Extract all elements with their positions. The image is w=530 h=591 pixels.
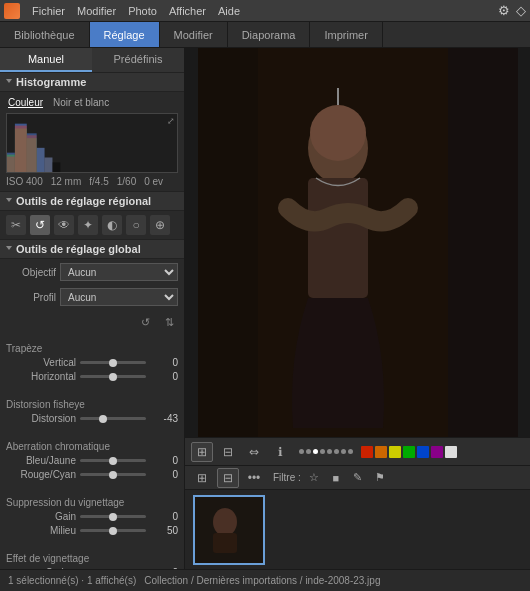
objectif-select[interactable]: Aucun [60, 263, 178, 281]
dot-6 [334, 449, 339, 454]
dot-5 [327, 449, 332, 454]
global-section: Objectif Aucun Profil Aucun ↺ ⇅ Trapèze [0, 259, 184, 569]
stamp-tool-icon[interactable]: ⊕ [150, 215, 170, 235]
horizontal-slider[interactable] [80, 375, 146, 378]
menu-modifier[interactable]: Modifier [77, 5, 116, 17]
filter-icon-flag[interactable]: ⚑ [371, 469, 389, 487]
milieu-slider[interactable] [80, 529, 146, 532]
filter-icon-1[interactable]: ☆ [305, 469, 323, 487]
filmstrip-thumb-1[interactable] [193, 495, 265, 565]
ombre-value: 0 [150, 567, 178, 569]
rouge-slider[interactable] [80, 473, 146, 476]
fit-view-icon[interactable]: ⊞ [191, 442, 213, 462]
menu-aide[interactable]: Aide [218, 5, 240, 17]
vertical-slider-row: Vertical 0 [6, 357, 178, 368]
bleu-value: 0 [150, 455, 178, 466]
profil-select[interactable]: Aucun [60, 288, 178, 306]
selection-status: 1 sélectionné(s) · 1 affiché(s) [8, 575, 136, 586]
info-icon[interactable]: ℹ [269, 442, 291, 462]
regional-section-header[interactable]: Outils de réglage régional [0, 191, 184, 211]
eye-tool-icon[interactable]: 👁 [54, 215, 74, 235]
svg-rect-11 [27, 135, 37, 172]
swatch-green[interactable] [403, 446, 415, 458]
compare-icon[interactable]: ⇔ [243, 442, 265, 462]
tab-predefinis[interactable]: Prédéfinis [92, 48, 184, 72]
vertical-thumb[interactable] [109, 359, 117, 367]
svg-point-15 [310, 105, 366, 161]
tab-imprimer[interactable]: Imprimer [310, 22, 382, 47]
milieu-label: Milieu [6, 525, 76, 536]
menu-afficher[interactable]: Afficher [169, 5, 206, 17]
filter-label: Filtre : [273, 472, 301, 483]
rotate-tool-icon[interactable]: ↺ [30, 215, 50, 235]
brush-tool-icon[interactable]: ✦ [78, 215, 98, 235]
gradient-tool-icon[interactable]: ◐ [102, 215, 122, 235]
grid-view-icon[interactable]: ⊟ [217, 442, 239, 462]
filmstrip-icon-2[interactable]: ⊟ [217, 468, 239, 488]
profile-flip-icon[interactable]: ⇅ [160, 313, 178, 331]
horizontal-thumb[interactable] [109, 373, 117, 381]
bleu-slider-row: Bleu/Jaune 0 [6, 455, 178, 466]
swatch-yellow[interactable] [389, 446, 401, 458]
ombre-thumb[interactable] [109, 569, 117, 570]
collection-status: Collection / Dernières importations / in… [144, 575, 380, 586]
tab-reglage[interactable]: Réglage [90, 22, 160, 47]
histogram-tab-couleur[interactable]: Couleur [6, 96, 45, 109]
vertical-value: 0 [150, 357, 178, 368]
ombre-slider-row: Ombre 0 [6, 567, 178, 569]
tab-diaporama[interactable]: Diaporama [228, 22, 311, 47]
ev-value: 0 ev [144, 176, 163, 187]
filter-icon-brush[interactable]: ✎ [349, 469, 367, 487]
rouge-thumb[interactable] [109, 471, 117, 479]
distortion-slider[interactable] [80, 417, 146, 420]
vignette-sup-title: Suppression du vignettage [6, 497, 178, 508]
distortion-thumb[interactable] [99, 415, 107, 423]
menu-fichier[interactable]: Fichier [32, 5, 65, 17]
circle-tool-icon[interactable]: ○ [126, 215, 146, 235]
swatch-purple[interactable] [431, 446, 443, 458]
dot-3 [313, 449, 318, 454]
photo-toolbar: ⊞ ⊟ ⇔ ℹ [185, 437, 530, 465]
profile-icons: ↺ ⇅ [0, 311, 184, 333]
swatch-white[interactable] [445, 446, 457, 458]
gain-slider[interactable] [80, 515, 146, 518]
diamond-icon[interactable]: ◇ [516, 3, 526, 18]
tab-modifier[interactable]: Modifier [160, 22, 228, 47]
regional-title: Outils de réglage régional [16, 195, 151, 207]
swatch-blue[interactable] [417, 446, 429, 458]
filter-icon-2[interactable]: ■ [327, 469, 345, 487]
vignette-sup-section: Suppression du vignettage Gain 0 Milieu … [0, 487, 184, 543]
expand-icon[interactable]: ⤢ [167, 116, 175, 126]
objectif-row: Objectif Aucun [0, 261, 184, 283]
tab-bibliotheque[interactable]: Bibliothèque [0, 22, 90, 47]
svg-rect-4 [45, 158, 53, 173]
horizontal-slider-row: Horizontal 0 [6, 371, 178, 382]
milieu-thumb[interactable] [109, 527, 117, 535]
status-bar: 1 sélectionné(s) · 1 affiché(s) Collecti… [0, 569, 530, 591]
objectif-label: Objectif [6, 267, 56, 278]
color-swatches [361, 446, 457, 458]
swatch-red[interactable] [361, 446, 373, 458]
menu-photo[interactable]: Photo [128, 5, 157, 17]
filmstrip-icon[interactable]: ⊞ [191, 468, 213, 488]
vertical-slider[interactable] [80, 361, 146, 364]
gear-icon[interactable]: ⚙ [498, 3, 510, 18]
crop-tool-icon[interactable]: ✂ [6, 215, 26, 235]
filmstrip-icon-3[interactable]: ••• [243, 468, 265, 488]
histogram-canvas: ⤢ [6, 113, 178, 173]
global-triangle [6, 246, 12, 253]
gain-thumb[interactable] [109, 513, 117, 521]
iso-value: ISO 400 [6, 176, 43, 187]
global-section-header[interactable]: Outils de réglage global [0, 239, 184, 259]
milieu-value: 50 [150, 525, 178, 536]
aperture-value: f/4.5 [89, 176, 108, 187]
histogram-section-header[interactable]: Histogramme [0, 72, 184, 92]
histogram-tab-noir[interactable]: Noir et blanc [51, 96, 111, 109]
bleu-slider[interactable] [80, 459, 146, 462]
right-panel: ⊞ ⊟ ⇔ ℹ [185, 48, 530, 569]
bleu-thumb[interactable] [109, 457, 117, 465]
profile-refresh-icon[interactable]: ↺ [136, 313, 154, 331]
left-panel: Manuel Prédéfinis Histogramme Couleur No… [0, 48, 185, 569]
tab-manuel[interactable]: Manuel [0, 48, 92, 72]
swatch-orange[interactable] [375, 446, 387, 458]
